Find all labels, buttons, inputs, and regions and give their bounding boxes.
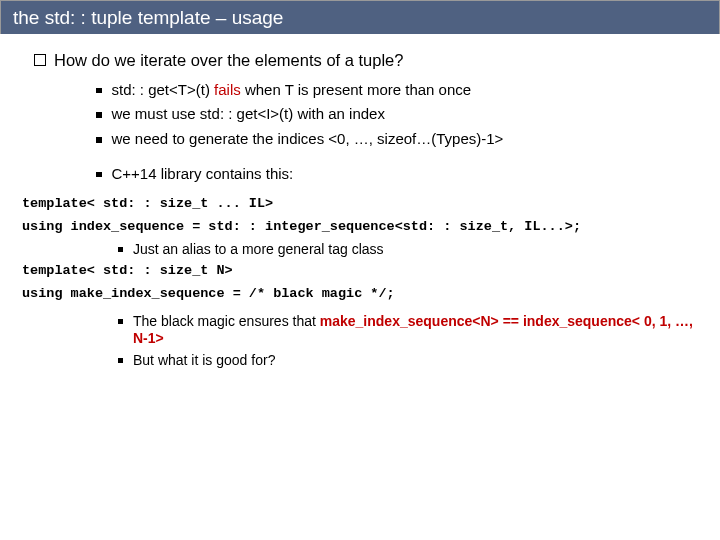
list-item: we need to generate the indices <0, …, s… <box>96 130 710 149</box>
list-item: But what it is good for? <box>118 352 710 370</box>
question-row: How do we iterate over the elements of a… <box>34 50 710 71</box>
bullet-g: But what it is good for? <box>133 352 275 370</box>
list-item: Just an alias to a more general tag clas… <box>118 241 710 259</box>
code-line: template< std: : size_t ... IL> <box>22 196 710 213</box>
bullet-icon <box>96 88 102 94</box>
bullet-icon <box>96 112 102 118</box>
bullet-e: Just an alias to a more general tag clas… <box>133 241 384 259</box>
bullet-c: we need to generate the indices <0, …, s… <box>112 130 504 149</box>
bullet-list-3: Just an alias to a more general tag clas… <box>118 241 710 259</box>
text-fails: fails <box>214 81 245 98</box>
bullet-icon <box>118 319 123 324</box>
bullet-d: C++14 library contains this: <box>112 165 294 184</box>
question-text: How do we iterate over the elements of a… <box>54 50 403 71</box>
code-line: using make_index_sequence = /* black mag… <box>22 286 710 303</box>
bullet-b: we must use std: : get<I>(t) with an ind… <box>112 105 385 124</box>
slide-body: How do we iterate over the elements of a… <box>0 34 720 383</box>
bullet-list-4: The black magic ensures that make_index_… <box>118 313 710 370</box>
text: std: : get<T>(t) <box>112 81 215 98</box>
bullet-a: std: : get<T>(t) fails when T is present… <box>112 81 472 100</box>
bullet-icon <box>96 172 102 178</box>
slide-title: the std: : tuple template – usage <box>13 6 283 30</box>
slide-title-bar: the std: : tuple template – usage <box>0 0 720 34</box>
checkbox-icon <box>34 54 46 66</box>
bullet-list-2: C++14 library contains this: <box>96 165 710 184</box>
list-item: C++14 library contains this: <box>96 165 710 184</box>
list-item: The black magic ensures that make_index_… <box>118 313 710 348</box>
bullet-icon <box>118 247 123 252</box>
code-line: using index_sequence = std: : integer_se… <box>22 219 710 236</box>
bullet-f: The black magic ensures that make_index_… <box>133 313 710 348</box>
text: The black magic ensures that <box>133 313 320 329</box>
bullet-icon <box>118 358 123 363</box>
list-item: we must use std: : get<I>(t) with an ind… <box>96 105 710 124</box>
bullet-list-1: std: : get<T>(t) fails when T is present… <box>96 81 710 149</box>
text: when T is present more than once <box>245 81 471 98</box>
bullet-icon <box>96 137 102 143</box>
list-item: std: : get<T>(t) fails when T is present… <box>96 81 710 100</box>
code-line: template< std: : size_t N> <box>22 263 710 280</box>
